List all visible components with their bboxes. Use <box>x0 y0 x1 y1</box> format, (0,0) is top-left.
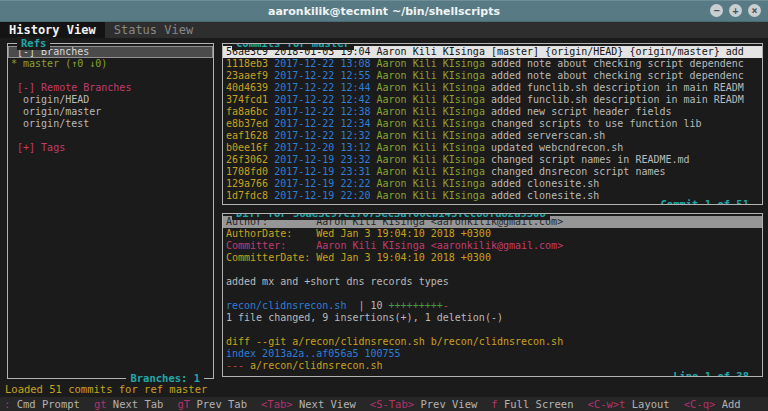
tab-status-view[interactable]: Status View <box>105 22 202 38</box>
minimize-button[interactable]: − <box>710 4 723 17</box>
refs-panel-title: Refs <box>17 37 50 50</box>
commit-hash: 129a766 <box>226 178 274 189</box>
commit-row[interactable]: 26f3062 2017-12-19 23:32 Aaron Kili KIsi… <box>223 154 762 166</box>
diff-line[interactable]: Committer: Aaron Kili KIsinga <aaronkili… <box>223 240 762 252</box>
diff-segment: - <box>443 300 449 311</box>
commit-row[interactable]: fa8a6bc 2017-12-22 12:38 Aaron Kili KIsi… <box>223 106 762 118</box>
commit-message: added note about checking script depende… <box>491 70 744 81</box>
tab-history-view[interactable]: History View <box>0 22 105 38</box>
diff-segment: a/recon/clidnsrecon.sh <box>244 360 382 371</box>
commit-hash: b0ee16f <box>226 142 274 153</box>
commit-hash: fa8a6bc <box>226 106 274 117</box>
window-controls: −+× <box>710 4 761 17</box>
help-key: <C-w>t <box>588 398 626 410</box>
help-hint: <C-q> Add <box>684 397 741 411</box>
commits-panel: Commits for master 56ae3c9 2018-01-03 19… <box>222 43 763 205</box>
commit-message: changed scripts to use function lib <box>491 118 702 129</box>
commit-message: added new script header fields <box>491 106 672 117</box>
diff-line[interactable] <box>223 264 762 276</box>
commit-message: added clonesite.sh <box>491 190 599 201</box>
commit-row[interactable]: 40d4639 2017-12-22 12:44 Aaron Kili KIsi… <box>223 82 762 94</box>
commit-date: 2017-12-22 12:44 <box>274 82 376 93</box>
commits-panel-title: Commits for master <box>232 43 354 50</box>
help-hint-label: Add <box>715 398 740 410</box>
diff-line[interactable]: AuthorDate: Wed Jan 3 19:04:10 2018 +030… <box>223 228 762 240</box>
commits-panel-footer: Commit 1 of 51 <box>656 198 753 205</box>
diff-line[interactable]: 1 file changed, 9 insertions(+), 1 delet… <box>223 312 762 324</box>
diff-line[interactable]: diff --git a/recon/clidnsrecon.sh b/reco… <box>223 336 762 348</box>
diff-line[interactable] <box>223 288 762 300</box>
ref-item[interactable]: [-] Remote Branches <box>8 82 213 94</box>
commit-author: Aaron Kili KIsinga <box>377 118 491 129</box>
commit-row[interactable]: 1708fd0 2017-12-19 23:31 Aaron Kili KIsi… <box>223 166 762 178</box>
diff-line[interactable] <box>223 324 762 336</box>
commit-row[interactable]: 1118eb3 2017-12-22 13:08 Aaron Kili KIsi… <box>223 58 762 70</box>
commit-author: Aaron Kili KIsinga <box>377 178 491 189</box>
help-hint-label: Next Tab <box>107 398 164 410</box>
diff-segment: index 2013a2a..af056a5 100755 <box>226 348 401 359</box>
commits-list: 56ae3c9 2018-01-03 19:04 Aaron Kili KIsi… <box>223 44 762 204</box>
refs-list: [-] Branches* master (↑0 ↓0) [-] Remote … <box>8 44 213 378</box>
diff-line[interactable]: index 2013a2a..af056a5 100755 <box>223 348 762 360</box>
commit-date: 2017-12-19 22:20 <box>274 190 376 201</box>
commit-date: 2017-12-22 12:55 <box>274 70 376 81</box>
commit-date: 2017-12-22 13:08 <box>274 58 376 69</box>
commit-message: [master] {origin/HEAD} {origin/master} a… <box>491 46 744 57</box>
commit-row[interactable]: 129a766 2017-12-19 22:22 Aaron Kili KIsi… <box>223 178 762 190</box>
commit-author: Aaron Kili KIsinga <box>377 142 491 153</box>
commit-date: 2017-12-19 23:31 <box>274 166 376 177</box>
diff-segment: Committer: Aaron Kili KIsinga <aaronkili… <box>226 240 563 251</box>
commit-author: Aaron Kili KIsinga <box>377 58 491 69</box>
commit-message: added funclib.sh description in main REA… <box>491 94 744 105</box>
maximize-button[interactable]: + <box>729 4 742 17</box>
terminal: History ViewStatus View Refs [-] Branche… <box>0 22 768 411</box>
ref-item[interactable]: origin/master <box>8 106 213 118</box>
ref-item[interactable] <box>8 130 213 142</box>
commit-author: Aaron Kili KIsinga <box>377 82 491 93</box>
help-hint-label: Layout <box>625 398 669 410</box>
help-bar: : Cmd Promptgt Next TabgT Prev Tab<Tab> … <box>0 397 768 411</box>
commit-message: added serverscan.sh <box>491 130 605 141</box>
commit-hash: 40d4639 <box>226 82 274 93</box>
commit-row[interactable]: 23aaef9 2017-12-22 12:55 Aaron Kili KIsi… <box>223 70 762 82</box>
commit-date: 2017-12-22 12:34 <box>274 118 376 129</box>
commit-message: changed dnsrecon script names <box>491 166 666 177</box>
diff-segment: --- <box>226 360 244 371</box>
commit-hash: 374fcd1 <box>226 94 274 105</box>
commit-author: Aaron Kili KIsinga <box>377 70 491 81</box>
ref-item[interactable]: * master (↑0 ↓0) <box>8 58 213 70</box>
commit-author: Aaron Kili KIsinga <box>377 130 491 141</box>
ref-item[interactable] <box>8 70 213 82</box>
diff-line[interactable]: recon/clidnsrecon.sh | 10 +++++++++- <box>223 300 762 312</box>
commit-hash: 23aaef9 <box>226 70 274 81</box>
ref-item[interactable]: origin/HEAD <box>8 94 213 106</box>
commit-message: added clonesite.sh <box>491 178 599 189</box>
window-titlebar: aaronkilik@tecmint ~/bin/shellscripts −+… <box>0 0 768 22</box>
diff-line[interactable]: added mx and +short dns records types <box>223 276 762 288</box>
commit-date: 2017-12-19 23:32 <box>274 154 376 165</box>
ref-item[interactable]: origin/test <box>8 118 213 130</box>
help-hint: <Tab> Next View <box>261 397 356 411</box>
help-key: <Tab> <box>261 398 293 410</box>
refs-panel: Refs [-] Branches* master (↑0 ↓0) [-] Re… <box>7 43 214 379</box>
commit-date: 2017-12-22 12:32 <box>274 130 376 141</box>
help-hint: gT Prev Tab <box>177 397 247 411</box>
diff-segment: added mx and +short dns records types <box>226 276 449 287</box>
diff-line[interactable]: CommitterDate: Wed Jan 3 19:04:10 2018 +… <box>223 252 762 264</box>
commit-row[interactable]: eaf1628 2017-12-22 12:32 Aaron Kili KIsi… <box>223 130 762 142</box>
diff-segment: diff --git a/recon/clidnsrecon.sh b/reco… <box>226 336 563 347</box>
right-column: Commits for master 56ae3c9 2018-01-03 19… <box>222 43 763 377</box>
diff-segment: CommitterDate: Wed Jan 3 19:04:10 2018 +… <box>226 252 491 263</box>
help-key: gT <box>177 398 190 410</box>
ref-item[interactable]: [+] Tags <box>8 142 213 154</box>
commit-author: Aaron Kili KIsinga <box>377 46 491 57</box>
diff-segment: | 10 <box>358 300 388 311</box>
main-area: Refs [-] Branches* master (↑0 ↓0) [-] Re… <box>0 38 768 381</box>
commit-row[interactable]: e8b37ed 2017-12-22 12:34 Aaron Kili KIsi… <box>223 118 762 130</box>
commit-message: added note about checking script depende… <box>491 58 744 69</box>
close-button[interactable]: × <box>748 4 761 17</box>
commit-row[interactable]: 374fcd1 2017-12-22 12:42 Aaron Kili KIsi… <box>223 94 762 106</box>
status-line: Loaded 51 commits for ref master <box>0 381 768 397</box>
commit-row[interactable]: b0ee16f 2017-12-20 13:12 Aaron Kili KIsi… <box>223 142 762 154</box>
help-hint: <S-Tab> Prev View <box>370 397 477 411</box>
